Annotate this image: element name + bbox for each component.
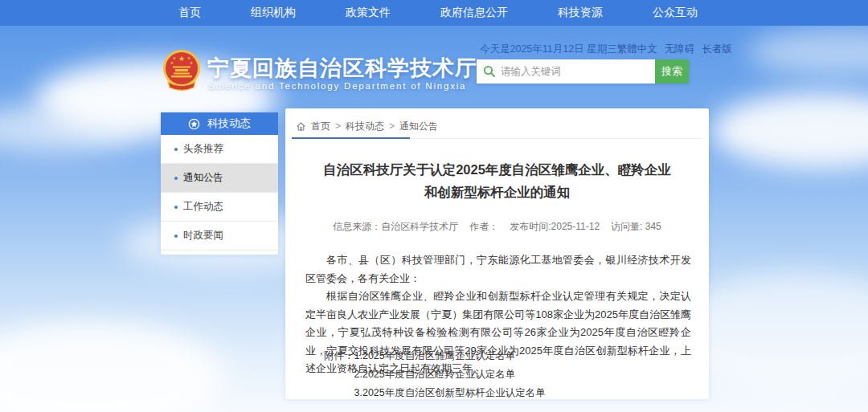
nav-item-gov-info-disclosure[interactable]: 政府信息公开 bbox=[440, 6, 508, 20]
link-traditional-chinese[interactable]: 繁體中文 bbox=[617, 43, 657, 56]
sidebar-item-headline-recommend[interactable]: 头条推荐 bbox=[161, 135, 278, 164]
header-utility-row: 今天是2025年11月12日 星期三 繁體中文 无障碍 长者版 bbox=[480, 43, 703, 56]
circled-star-icon bbox=[188, 118, 200, 130]
breadcrumb-notices[interactable]: 通知公告 bbox=[399, 120, 438, 133]
nav-item-organization[interactable]: 组织机构 bbox=[251, 6, 296, 20]
national-emblem-logo: ★ ★ ★ ★ ★ bbox=[162, 49, 201, 92]
cloud bbox=[747, 28, 868, 76]
site-title: 宁夏回族自治区科学技术厅 bbox=[207, 54, 477, 83]
sidebar-item-notices[interactable]: 通知公告 bbox=[161, 164, 278, 193]
attachment-link-gazelle-list[interactable]: 2.2025年度自治区瞪羚企业认定名单 bbox=[354, 365, 546, 384]
cloud bbox=[0, 321, 225, 412]
meta-publish-date: 发布时间:2025-11-12 bbox=[510, 221, 600, 232]
bullet-dot-icon bbox=[174, 235, 178, 238]
sidebar-item-label: 通知公告 bbox=[183, 171, 223, 185]
breadcrumb: 首页 > 科技动态 > 通知公告 bbox=[296, 116, 438, 136]
search-bar: 搜索 bbox=[477, 59, 689, 84]
article-title: 自治区科技厅关于认定2025年度自治区雏鹰企业、瞪羚企业 和创新型标杆企业的通知 bbox=[285, 158, 709, 203]
breadcrumb-separator: > bbox=[389, 120, 395, 132]
sidebar-tech-news: 科技动态 头条推荐 通知公告 工作动态 时政要闻 bbox=[161, 112, 278, 255]
current-date-text: 今天是2025年11月12日 星期三 bbox=[480, 43, 617, 56]
search-icon bbox=[483, 65, 496, 78]
site-subtitle-english: Science and Technology Department of Nin… bbox=[208, 81, 466, 91]
svg-text:★: ★ bbox=[190, 60, 194, 65]
meta-source: 信息来源：自治区科学技术厅 bbox=[333, 221, 458, 232]
sidebar-header: 科技动态 bbox=[161, 112, 278, 135]
nav-item-policy-documents[interactable]: 政策文件 bbox=[346, 6, 391, 20]
article-title-line1: 自治区科技厅关于认定2025年度自治区雏鹰企业、瞪羚企业 bbox=[285, 158, 709, 181]
breadcrumb-tech-news[interactable]: 科技动态 bbox=[346, 120, 384, 133]
search-input[interactable] bbox=[477, 59, 655, 84]
article-title-line2: 和创新型标杆企业的通知 bbox=[285, 181, 709, 203]
search-button[interactable]: 搜索 bbox=[655, 59, 689, 84]
breadcrumb-separator: > bbox=[335, 120, 341, 132]
nav-item-tech-resources[interactable]: 科技资源 bbox=[558, 6, 603, 20]
sidebar-item-political-news[interactable]: 时政要闻 bbox=[161, 222, 278, 251]
breadcrumb-home[interactable]: 首页 bbox=[311, 120, 330, 133]
attachments-block: 附件： 1.2025年度自治区雏鹰企业认定名单 2.2025年度自治区瞪羚企业认… bbox=[324, 347, 546, 402]
attachments-list: 1.2025年度自治区雏鹰企业认定名单 2.2025年度自治区瞪羚企业认定名单 … bbox=[354, 347, 546, 402]
nav-item-home[interactable]: 首页 bbox=[178, 6, 201, 20]
article-meta: 信息来源：自治区科学技术厅作者：发布时间:2025-11-12访问量: 345 bbox=[285, 220, 709, 234]
meta-visit-count: 访问量: 345 bbox=[611, 221, 661, 232]
cloud bbox=[711, 92, 868, 169]
bullet-dot-icon bbox=[174, 177, 178, 180]
home-icon bbox=[296, 121, 306, 132]
attachment-link-eagle-list[interactable]: 1.2025年度自治区雏鹰企业认定名单 bbox=[354, 347, 546, 365]
nav-item-public-interaction[interactable]: 公众互动 bbox=[653, 6, 698, 20]
meta-author: 作者： bbox=[469, 221, 498, 232]
svg-text:★: ★ bbox=[178, 55, 185, 63]
top-navigation-bar: 首页 组织机构 政策文件 政府信息公开 科技资源 公众互动 bbox=[0, 0, 868, 26]
top-navigation-items: 首页 组织机构 政策文件 政府信息公开 科技资源 公众互动 bbox=[178, 0, 698, 26]
sidebar-item-label: 工作动态 bbox=[183, 200, 223, 214]
utility-links: 繁體中文 无障碍 长者版 bbox=[617, 43, 732, 56]
breadcrumb-accent-underline bbox=[292, 137, 410, 139]
sidebar-item-work-dynamics[interactable]: 工作动态 bbox=[161, 193, 278, 222]
sidebar-title: 科技动态 bbox=[207, 116, 251, 131]
bullet-dot-icon bbox=[174, 206, 178, 209]
sidebar-item-label: 时政要闻 bbox=[183, 229, 223, 243]
search-input-wrap bbox=[477, 59, 655, 84]
link-accessibility[interactable]: 无障碍 bbox=[665, 43, 695, 56]
article-paragraph: 各市、县（区）科技管理部门，宁东能源化工基地管委会，银川经济技术开发区管委会，各… bbox=[305, 251, 691, 288]
bullet-dot-icon bbox=[174, 148, 178, 151]
main-content-panel: 首页 > 科技动态 > 通知公告 自治区科技厅关于认定2025年度自治区雏鹰企业… bbox=[285, 108, 709, 399]
link-elderly-version[interactable]: 长者版 bbox=[702, 43, 732, 56]
attachments-label: 附件： bbox=[324, 347, 354, 402]
sidebar-item-label: 头条推荐 bbox=[183, 142, 223, 156]
svg-text:★: ★ bbox=[170, 60, 174, 65]
attachment-link-benchmark-list[interactable]: 3.2025年度自治区创新型标杆企业认定名单 bbox=[354, 384, 546, 402]
